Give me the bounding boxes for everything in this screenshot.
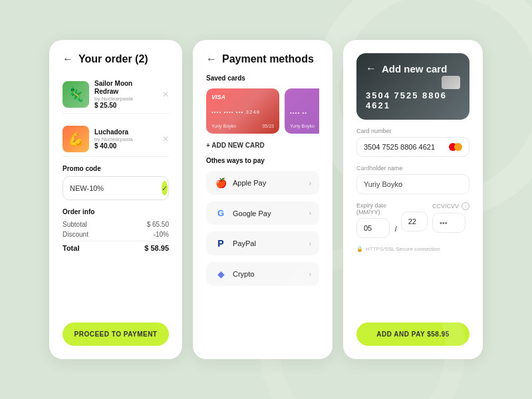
cvv-label: CCV/CVV [432, 203, 459, 209]
order-panel: ← Your order (2) 🦎 Sailor Moon Redraw by… [49, 40, 182, 359]
subtotal-row: Subtotal $ 65.50 [63, 221, 169, 228]
subtotal-value: $ 65.50 [147, 221, 169, 228]
paypal-arrow: › [309, 240, 311, 247]
visa-expiry: 05/23 [262, 124, 274, 128]
proceed-to-payment-button[interactable]: PROCEED TO PAYMENT [63, 323, 169, 346]
order-title: Your order (2) [78, 53, 148, 65]
payment-back-arrow[interactable]: ← [206, 53, 217, 65]
add-new-card-button[interactable]: + ADD NEW CARD [206, 140, 319, 150]
card-number-label: Card number [356, 128, 469, 134]
google-pay-arrow: › [309, 209, 311, 217]
order-item-1: 🦎 Sailor Moon Redraw by Nuclearpasta $ 2… [63, 76, 169, 114]
discount-value: -10% [154, 231, 169, 238]
visa-holder: Yuriy Boyko [211, 124, 236, 128]
visa-number: •••• •••• ••• 3248 [211, 109, 274, 115]
card-chip-wrap [366, 76, 460, 89]
promo-section: Promo code ✓ [63, 165, 169, 200]
total-value: $ 58.95 [144, 244, 169, 252]
item-info-sailor: Sailor Moon Redraw by Nuclearpasta $ 25.… [94, 80, 157, 109]
new-card-panel: ← Add new card 3504 7525 8806 4621 Card … [343, 40, 483, 359]
cards-row: VISA •••• •••• ••• 3248 Yuriy Boyko 05/2… [206, 88, 319, 134]
item-author-luchadora: by Nuclearpasta [94, 136, 157, 142]
purple-number: •••• •• [290, 110, 319, 116]
expiry-input[interactable] [356, 218, 390, 238]
secure-note: 🔒 HTTPS/SSL Secure connection [356, 246, 469, 252]
crypto-option[interactable]: ◆ Crypto › [206, 262, 319, 286]
promo-input-wrap: ✓ [63, 176, 169, 200]
mastercard-icon [449, 143, 462, 151]
card-number-input[interactable]: 3504 7525 8806 4621 [356, 137, 469, 157]
item-remove-luchadora[interactable]: ✕ [162, 134, 169, 144]
item-price-luchadora: $ 40.00 [94, 142, 157, 150]
cvv-input[interactable] [432, 213, 466, 233]
year-spacer [401, 202, 428, 209]
purple-bottom: Yuriy Boyko [290, 124, 319, 128]
add-and-pay-button[interactable]: ADD AND PAY $58.95 [356, 323, 469, 346]
google-pay-label: Google Pay [233, 209, 304, 217]
year-input[interactable] [401, 211, 428, 231]
apple-pay-option[interactable]: 🍎 Apple Pay › [206, 171, 319, 195]
expiry-cvv-row: Expiry date (MM/YY) / CCV/CVV i [356, 202, 469, 238]
purple-holder: Yuriy Boyko [290, 124, 315, 128]
total-row: Total $ 58.95 [63, 241, 169, 252]
subtotal-label: Subtotal [63, 221, 87, 228]
new-card-header: ← Add new card [366, 63, 460, 74]
discount-row: Discount -10% [63, 231, 169, 238]
promo-input[interactable] [70, 184, 162, 192]
apple-pay-label: Apple Pay [233, 179, 304, 187]
cvv-info-icon[interactable]: i [462, 202, 469, 210]
apple-pay-arrow: › [309, 180, 311, 187]
cardholder-label: Cardholder name [356, 165, 469, 172]
apple-icon: 🍎 [214, 178, 227, 188]
visa-brand: VISA [211, 94, 274, 100]
paypal-icon: P [214, 238, 227, 249]
card-preview-number: 3504 7525 8806 4621 [366, 90, 460, 110]
item-remove-sailor[interactable]: ✕ [162, 90, 169, 99]
item-price-sailor: $ 25.50 [94, 102, 157, 109]
card-preview: ← Add new card 3504 7525 8806 4621 [356, 53, 469, 120]
cvv-group: CCV/CVV i [432, 202, 469, 238]
order-back-arrow[interactable]: ← [63, 53, 73, 65]
other-ways-label: Othes ways to pay [206, 157, 319, 164]
expiry-group: Expiry date (MM/YY) [356, 202, 391, 238]
purple-card[interactable]: •••• •• Yuriy Boyko [285, 88, 319, 134]
crypto-icon: ◆ [214, 269, 227, 279]
cardholder-group: Cardholder name [356, 165, 469, 194]
visa-card[interactable]: VISA •••• •••• ••• 3248 Yuriy Boyko 05/2… [206, 88, 279, 134]
new-card-title: Add new card [382, 63, 447, 74]
total-label: Total [63, 244, 79, 252]
order-info-label: Order info [63, 208, 169, 215]
google-pay-option[interactable]: G Google Pay › [206, 201, 319, 225]
new-card-back-arrow[interactable]: ← [366, 63, 376, 74]
secure-text: HTTPS/SSL Secure connection [366, 246, 440, 252]
promo-label: Promo code [63, 165, 169, 172]
item-name-sailor: Sailor Moon Redraw [94, 80, 157, 96]
crypto-label: Crypto [233, 270, 304, 278]
item-image-sailor: 🦎 [63, 81, 89, 108]
lock-icon: 🔒 [356, 246, 363, 252]
card-chip [442, 76, 460, 89]
order-item-2: 💪 Luchadora by Nuclearpasta $ 40.00 ✕ [63, 122, 169, 157]
order-header: ← Your order (2) [63, 53, 169, 65]
paypal-option[interactable]: P PayPal › [206, 231, 319, 255]
payment-header: ← Payment methods [206, 53, 319, 65]
visa-bottom: Yuriy Boyko 05/23 [211, 124, 274, 128]
crypto-arrow: › [309, 271, 311, 278]
item-info-luchadora: Luchadora by Nuclearpasta $ 40.00 [94, 128, 157, 150]
discount-label: Discount [63, 231, 88, 238]
google-icon: G [214, 208, 227, 218]
cvv-label-wrap: CCV/CVV i [432, 202, 469, 210]
year-group [401, 202, 428, 238]
cardholder-input[interactable] [356, 174, 469, 194]
saved-cards-label: Saved cards [206, 74, 319, 82]
item-image-luchadora: 💪 [63, 126, 89, 152]
card-number-group: Card number 3504 7525 8806 4621 [356, 128, 469, 157]
expiry-label: Expiry date (MM/YY) [356, 202, 391, 215]
item-name-luchadora: Luchadora [94, 128, 157, 136]
order-info-section: Order info Subtotal $ 65.50 Discount -10… [63, 208, 169, 255]
payment-panel: ← Payment methods Saved cards VISA •••• … [193, 40, 332, 359]
paypal-label: PayPal [233, 239, 304, 247]
promo-check-icon[interactable]: ✓ [162, 181, 168, 196]
item-author-sailor: by Nuclearpasta [94, 96, 157, 102]
payment-title: Payment methods [222, 53, 314, 65]
